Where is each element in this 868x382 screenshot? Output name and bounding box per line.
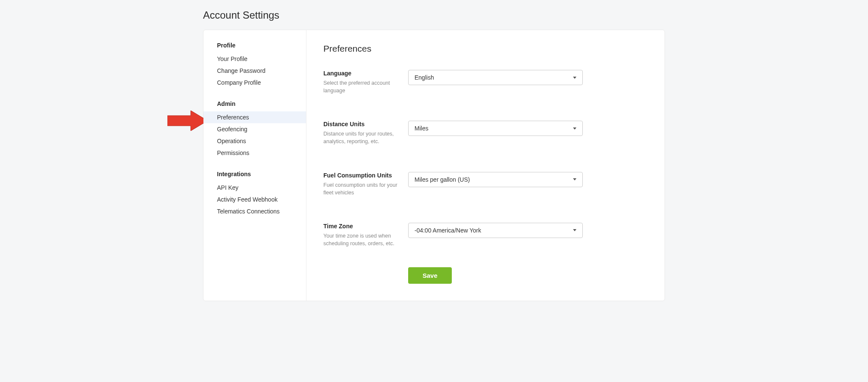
sidebar-item-operations[interactable]: Operations	[203, 135, 306, 147]
chevron-down-icon	[573, 178, 576, 180]
field-meta: Language Select the preferred account la…	[323, 70, 408, 94]
save-button[interactable]: Save	[408, 267, 452, 284]
sidebar-item-company-profile[interactable]: Company Profile	[203, 77, 306, 89]
field-control: Miles	[408, 121, 595, 136]
settings-sidebar: Profile Your Profile Change Password Com…	[203, 30, 306, 301]
preferences-panel: Preferences Language Select the preferre…	[306, 30, 612, 301]
fuel-units-select-value: Miles per gallon (US)	[415, 176, 470, 183]
fuel-units-select[interactable]: Miles per gallon (US)	[408, 172, 583, 187]
field-help-fuel-units: Fuel consumption units for your fleet ve…	[323, 181, 400, 197]
sidebar-section-integrations: Integrations API Key Activity Feed Webho…	[203, 171, 306, 217]
sidebar-item-geofencing[interactable]: Geofencing	[203, 123, 306, 135]
field-label-language: Language	[323, 70, 400, 77]
field-label-time-zone: Time Zone	[323, 223, 400, 230]
sidebar-item-permissions[interactable]: Permissions	[203, 147, 306, 159]
field-meta: Distance Units Distance units for your r…	[323, 121, 408, 145]
sidebar-item-api-key[interactable]: API Key	[203, 182, 306, 194]
field-row-language: Language Select the preferred account la…	[323, 70, 595, 94]
field-meta: Fuel Consumption Units Fuel consumption …	[323, 172, 408, 197]
distance-units-select-value: Miles	[415, 125, 428, 132]
field-label-fuel-units: Fuel Consumption Units	[323, 172, 400, 179]
settings-card: Profile Your Profile Change Password Com…	[203, 30, 665, 301]
field-row-fuel-units: Fuel Consumption Units Fuel consumption …	[323, 172, 595, 197]
field-help-time-zone: Your time zone is used when scheduling r…	[323, 232, 400, 247]
field-label-distance-units: Distance Units	[323, 121, 400, 127]
page-title: Account Settings	[203, 9, 665, 21]
language-select[interactable]: English	[408, 70, 583, 85]
sidebar-section-profile: Profile Your Profile Change Password Com…	[203, 42, 306, 89]
field-meta: Time Zone Your time zone is used when sc…	[323, 223, 408, 247]
chevron-down-icon	[573, 127, 576, 130]
field-row-distance-units: Distance Units Distance units for your r…	[323, 121, 595, 145]
sidebar-item-your-profile[interactable]: Your Profile	[203, 53, 306, 65]
sidebar-item-telematics-connections[interactable]: Telematics Connections	[203, 205, 306, 217]
field-control: English	[408, 70, 595, 85]
time-zone-select-value: -04:00 America/New York	[415, 227, 481, 234]
sidebar-item-preferences[interactable]: Preferences	[203, 111, 306, 123]
distance-units-select[interactable]: Miles	[408, 121, 583, 136]
sidebar-heading-profile: Profile	[203, 42, 306, 53]
field-control: Miles per gallon (US)	[408, 172, 595, 187]
sidebar-item-change-password[interactable]: Change Password	[203, 65, 306, 77]
sidebar-item-activity-feed-webhook[interactable]: Activity Feed Webhook	[203, 194, 306, 205]
sidebar-heading-integrations: Integrations	[203, 171, 306, 182]
sidebar-section-admin: Admin Preferences Geofencing Operations …	[203, 100, 306, 159]
time-zone-select[interactable]: -04:00 America/New York	[408, 223, 583, 238]
field-help-distance-units: Distance units for your routes, analytic…	[323, 130, 400, 145]
field-control: -04:00 America/New York	[408, 223, 595, 238]
chevron-down-icon	[573, 77, 576, 79]
language-select-value: English	[415, 74, 434, 81]
field-row-time-zone: Time Zone Your time zone is used when sc…	[323, 223, 595, 247]
annotation-arrow-icon	[167, 111, 208, 133]
chevron-down-icon	[573, 229, 576, 231]
field-help-language: Select the preferred account language	[323, 79, 400, 94]
panel-title: Preferences	[323, 44, 595, 54]
save-row: Save	[323, 267, 595, 284]
sidebar-heading-admin: Admin	[203, 100, 306, 111]
